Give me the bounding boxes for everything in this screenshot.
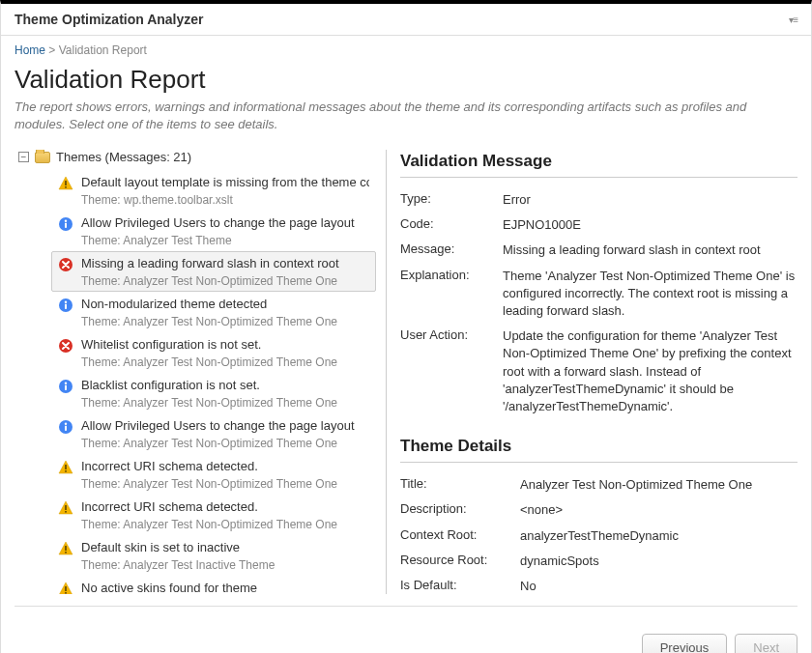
tree-item[interactable]: Allow Privileged Users to change the pag… bbox=[51, 413, 376, 454]
tree-item-subtitle: Theme: Analyzer Test Non-Optimized Theme… bbox=[58, 435, 369, 450]
tree-item[interactable]: Allow Privileged Users to change the pag… bbox=[51, 211, 376, 251]
svg-rect-1 bbox=[65, 186, 67, 188]
page-subtitle: The report shows errors, warnings and in… bbox=[14, 99, 798, 132]
tree-item-message: Incorrect URI schema detected. bbox=[81, 459, 369, 473]
td-desc-value: <none> bbox=[520, 501, 798, 519]
app-title: Theme Optimization Analyzer bbox=[14, 12, 204, 27]
divider bbox=[400, 177, 798, 178]
next-button[interactable]: Next bbox=[735, 634, 798, 653]
tree-row: Allow Privileged Users to change the pag… bbox=[58, 215, 369, 232]
warn-icon bbox=[58, 582, 73, 594]
tree-row: Non-modularized theme detected bbox=[58, 297, 369, 313]
tree-item-subtitle: Theme: Analyzer Test Inactive Theme bbox=[58, 556, 369, 572]
error-icon bbox=[58, 338, 73, 354]
tree-row: Incorrect URI schema detected. bbox=[58, 499, 369, 516]
collapse-icon[interactable]: − bbox=[18, 152, 29, 162]
svg-rect-4 bbox=[65, 223, 67, 228]
svg-rect-17 bbox=[65, 470, 67, 472]
message-label: Message: bbox=[400, 241, 503, 256]
tree-item-message: Incorrect URI schema detected. bbox=[81, 499, 369, 514]
tree-item[interactable]: Whitelist configuration is not set.Theme… bbox=[51, 332, 376, 373]
info-icon bbox=[58, 419, 73, 435]
breadcrumb-separator: > bbox=[48, 43, 55, 57]
td-croot-value: analyzerTestThemeDynamic bbox=[520, 527, 798, 545]
svg-point-3 bbox=[65, 220, 67, 222]
tree-root-label: Themes (Messages: 21) bbox=[56, 150, 191, 164]
tree-item-subtitle: Theme: wp.theme.toolbar.xslt bbox=[58, 191, 369, 207]
tree-item-subtitle: Theme: Analyzer Test Non-Optimized Theme… bbox=[58, 313, 369, 328]
breadcrumb-home-link[interactable]: Home bbox=[14, 43, 45, 57]
svg-point-7 bbox=[65, 301, 67, 303]
themedetails-section-title: Theme Details bbox=[400, 437, 798, 456]
tree-item[interactable]: Default skin is set to inactiveTheme: An… bbox=[51, 535, 376, 576]
tree-item[interactable]: Missing a leading forward slash in conte… bbox=[51, 251, 376, 292]
tree-row: Default skin is set to inactive bbox=[58, 540, 369, 556]
td-rroot-value: dynamicSpots bbox=[520, 553, 798, 570]
tree-row: Default layout template is missing from … bbox=[58, 175, 369, 191]
validation-section-title: Validation Message bbox=[400, 152, 798, 171]
tree-row: Incorrect URI schema detected. bbox=[58, 459, 369, 475]
header-bar: Theme Optimization Analyzer ▾≡ bbox=[1, 4, 811, 36]
previous-button[interactable]: Previous bbox=[642, 634, 728, 653]
td-title-value: Analyzer Test Non-Optimized Theme One bbox=[520, 476, 798, 494]
svg-rect-20 bbox=[65, 546, 67, 551]
svg-rect-12 bbox=[65, 385, 67, 390]
td-default-value: No bbox=[520, 578, 798, 594]
svg-rect-18 bbox=[65, 505, 67, 510]
tree-item-message: Default layout template is missing from … bbox=[81, 175, 369, 189]
footer-bar: Previous Next bbox=[1, 620, 811, 653]
tree-item-subtitle: Theme: Analyzer Test Non-Optimized Theme… bbox=[58, 394, 369, 410]
info-icon bbox=[58, 379, 73, 394]
tree-item[interactable]: No active skins found for theme bbox=[51, 576, 376, 594]
tree-item-message: Blacklist configuration is not set. bbox=[81, 378, 369, 392]
tree-row: Missing a leading forward slash in conte… bbox=[58, 256, 369, 272]
warn-icon bbox=[58, 500, 73, 516]
info-icon bbox=[58, 216, 73, 232]
warn-icon bbox=[58, 460, 73, 475]
warn-icon bbox=[58, 541, 73, 556]
folder-icon bbox=[35, 152, 50, 163]
content-area: Home > Validation Report Validation Repo… bbox=[1, 36, 811, 620]
tree-item[interactable]: Default layout template is missing from … bbox=[51, 170, 376, 211]
details-pane: Validation Message Type:Error Code:EJPNO… bbox=[387, 150, 798, 594]
tree-root[interactable]: − Themes (Messages: 21) bbox=[14, 150, 376, 164]
tree-row: Blacklist configuration is not set. bbox=[58, 378, 369, 394]
td-desc-label: Description: bbox=[400, 501, 520, 516]
page-title: Validation Report bbox=[14, 65, 798, 95]
svg-rect-22 bbox=[65, 586, 67, 591]
svg-rect-0 bbox=[65, 181, 67, 185]
tree-item-message: Default skin is set to inactive bbox=[81, 540, 369, 554]
tree-item[interactable]: Non-modularized theme detectedTheme: Ana… bbox=[51, 292, 376, 332]
svg-point-11 bbox=[65, 383, 67, 384]
tree-item-message: Non-modularized theme detected bbox=[81, 297, 369, 311]
tree-item-message: Allow Privileged Users to change the pag… bbox=[81, 418, 369, 433]
type-value: Error bbox=[503, 191, 798, 209]
useraction-value: Update the configuration for theme 'Anal… bbox=[503, 327, 798, 415]
app-panel: Theme Optimization Analyzer ▾≡ Home > Va… bbox=[0, 0, 812, 653]
code-value: EJPNO1000E bbox=[503, 216, 798, 234]
explanation-value: Theme 'Analyzer Test Non-Optimized Theme… bbox=[503, 268, 798, 321]
tree-row: Whitelist configuration is not set. bbox=[58, 337, 369, 354]
useraction-label: User Action: bbox=[400, 327, 503, 342]
svg-rect-19 bbox=[65, 511, 67, 513]
td-title-label: Title: bbox=[400, 476, 520, 491]
tree-item[interactable]: Incorrect URI schema detected.Theme: Ana… bbox=[51, 454, 376, 495]
portlet-menu-icon[interactable]: ▾≡ bbox=[789, 14, 798, 25]
divider bbox=[400, 462, 798, 463]
type-label: Type: bbox=[400, 191, 503, 206]
breadcrumb-current: Validation Report bbox=[59, 43, 147, 57]
split-pane: − Themes (Messages: 21) Default layout t… bbox=[14, 150, 798, 607]
td-default-label: Is Default: bbox=[400, 578, 520, 592]
tree-item-subtitle: Theme: Analyzer Test Non-Optimized Theme… bbox=[58, 272, 369, 288]
tree-item[interactable]: Incorrect URI schema detected.Theme: Ana… bbox=[51, 495, 376, 535]
tree-item-subtitle: Theme: Analyzer Test Theme bbox=[58, 232, 369, 247]
tree-row: No active skins found for theme bbox=[58, 581, 369, 594]
error-icon bbox=[58, 257, 73, 272]
tree-item-message: Missing a leading forward slash in conte… bbox=[81, 256, 369, 270]
code-label: Code: bbox=[400, 216, 503, 231]
themedetails-table: Title:Analyzer Test Non-Optimized Theme … bbox=[400, 472, 798, 594]
td-rroot-label: Resource Root: bbox=[400, 553, 520, 567]
svg-rect-23 bbox=[65, 592, 67, 594]
svg-rect-8 bbox=[65, 304, 67, 309]
tree-item[interactable]: Blacklist configuration is not set.Theme… bbox=[51, 373, 376, 413]
